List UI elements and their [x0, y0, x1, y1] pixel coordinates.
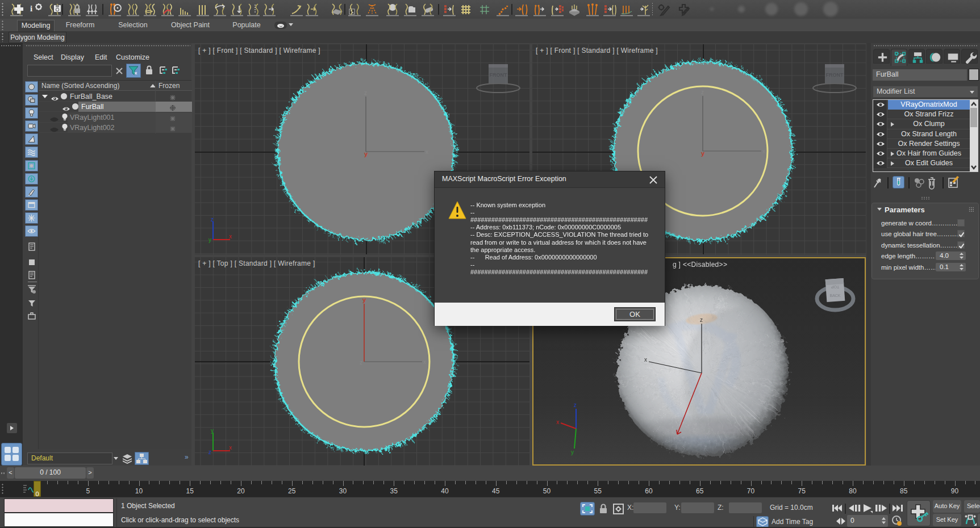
svg-text:y: y: [211, 428, 214, 434]
svg-text:FRONT: FRONT: [826, 72, 844, 78]
svg-text:z: z: [211, 217, 214, 223]
svg-text:z: z: [208, 449, 211, 455]
svg-text:x: x: [229, 445, 232, 451]
svg-text:FRONT: FRONT: [490, 72, 507, 78]
svg-text:z: z: [700, 317, 703, 323]
svg-text:z: z: [574, 402, 577, 408]
svg-text:x: x: [229, 233, 232, 240]
svg-text:y: y: [571, 449, 574, 455]
svg-text:BACK: BACK: [829, 294, 840, 297]
svg-text:y: y: [208, 237, 211, 243]
svg-text:i: i: [30, 4, 32, 13]
svg-text:x: x: [644, 357, 647, 363]
svg-text:x: x: [556, 419, 559, 425]
svg-text:TOP: TOP: [831, 285, 840, 289]
